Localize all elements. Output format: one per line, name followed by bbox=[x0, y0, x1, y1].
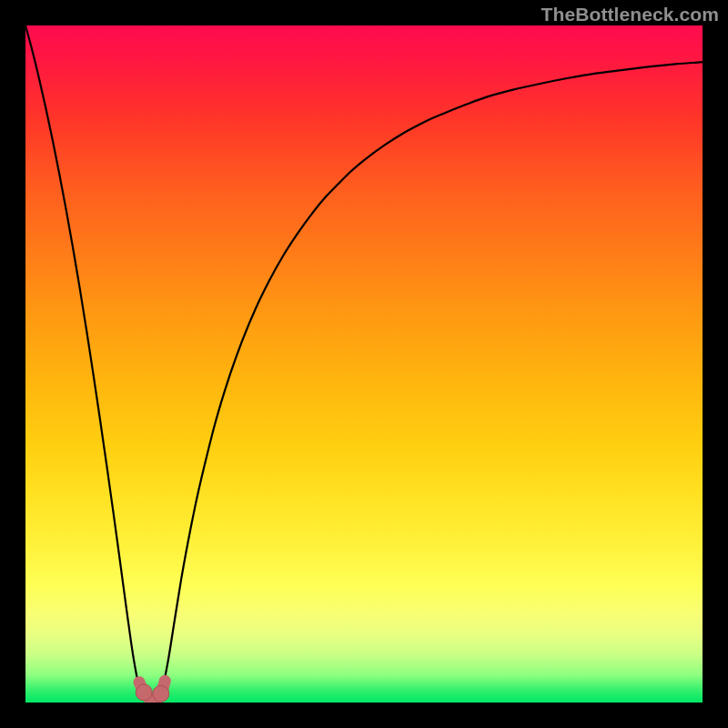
chart-frame: TheBottleneck.com bbox=[0, 0, 728, 728]
curve-path bbox=[25, 25, 703, 702]
marker-dot bbox=[153, 685, 169, 702]
watermark-text: TheBottleneck.com bbox=[541, 4, 719, 25]
chart-plot-area bbox=[25, 25, 703, 703]
marker-dot bbox=[136, 684, 152, 701]
bottleneck-curve bbox=[25, 25, 703, 703]
